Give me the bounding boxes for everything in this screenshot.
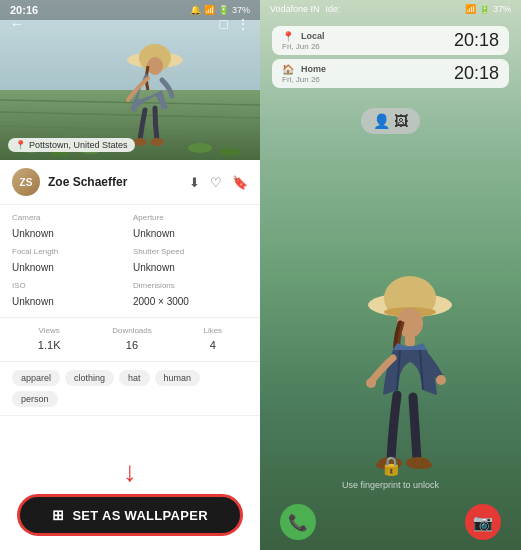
signal-icon: 🔔 <box>190 5 201 15</box>
like-icon[interactable]: ♡ <box>210 175 222 190</box>
meta-aperture-label: Aperture <box>133 213 248 222</box>
author-actions: ⬇ ♡ 🔖 <box>189 175 248 190</box>
tag-person[interactable]: person <box>12 391 58 407</box>
author-row: ZS Zoe Schaeffer ⬇ ♡ 🔖 <box>0 160 260 205</box>
lock-signal-icon: 📶 <box>465 4 476 14</box>
share-icon[interactable]: □ <box>220 16 228 32</box>
lock-action-icon2[interactable]: 🖼 <box>394 113 408 129</box>
lock-dock: 📞 📷 <box>260 504 521 540</box>
home-icon: 🏠 <box>282 64 294 75</box>
meta-dimensions-label: Dimensions <box>133 281 248 290</box>
meta-grid: Camera Unknown Aperture Unknown Focal Le… <box>0 205 260 318</box>
meta-camera-value: Unknown <box>12 228 54 239</box>
set-wallpaper-label: SET AS WALLPAPER <box>72 508 208 523</box>
local-time-value: 20:18 <box>454 30 499 51</box>
stat-downloads-value: 16 <box>126 339 138 351</box>
svg-point-21 <box>436 375 446 385</box>
meta-shutter-label: Shutter Speed <box>133 247 248 256</box>
avatar-initials: ZS <box>20 177 33 188</box>
home-time-label: 🏠 Home Fri, Jun 26 <box>282 64 326 84</box>
lock-carrier: Vodafone IN <box>270 4 320 14</box>
home-time-value: 20:18 <box>454 63 499 84</box>
local-time-label: 📍 Local Fri, Jun 26 <box>282 31 325 51</box>
pin-icon: 📍 <box>15 140 26 150</box>
tag-clothing[interactable]: clothing <box>65 370 114 386</box>
svg-point-13 <box>188 143 212 153</box>
left-panel: ← □ ⋮ 📍 Pottstown, United States 20:16 🔔… <box>0 0 260 550</box>
svg-point-20 <box>366 378 376 388</box>
location-badge: 📍 Pottstown, United States <box>8 138 135 152</box>
lock-battery-icon: 🔋 <box>479 4 490 14</box>
phone-icon-button[interactable]: 📞 <box>280 504 316 540</box>
stat-downloads-label: Downloads <box>112 326 152 335</box>
stat-likes-label: Likes <box>203 326 222 335</box>
meta-shutter-value: Unknown <box>133 262 175 273</box>
camera-icon: 📷 <box>473 513 493 532</box>
svg-point-7 <box>147 57 163 75</box>
lock-battery-pct: 37% <box>493 4 511 14</box>
svg-point-14 <box>220 148 240 156</box>
battery-pct: 37% <box>232 5 250 15</box>
author-left: ZS Zoe Schaeffer <box>12 168 127 196</box>
location-text: Pottstown, United States <box>29 140 128 150</box>
home-time-card: 🏠 Home Fri, Jun 26 20:18 <box>272 59 509 88</box>
local-date: Fri, Jun 26 <box>282 42 325 51</box>
battery-icon: 🔋 <box>218 5 229 15</box>
meta-camera: Camera Unknown <box>12 213 127 241</box>
lock-time-area: 📍 Local Fri, Jun 26 20:18 🏠 Home Fri, Ju… <box>260 18 521 100</box>
stat-views-label: Views <box>38 326 61 335</box>
back-icon[interactable]: ← <box>10 16 24 32</box>
stat-views-value: 1.1K <box>38 339 61 351</box>
wallpaper-btn-icon: ⊞ <box>52 507 64 523</box>
lock-status-icons: 📶 🔋 37% <box>465 4 511 14</box>
local-time-card: 📍 Local Fri, Jun 26 20:18 <box>272 26 509 55</box>
svg-point-8 <box>133 138 147 146</box>
fingerprint-icon[interactable]: 🔒 <box>380 455 402 477</box>
phone-icon: 📞 <box>288 513 308 532</box>
meta-iso-label: ISO <box>12 281 127 290</box>
status-time: 20:16 <box>10 4 38 16</box>
right-panel: Vodafone IN Ide: 📶 🔋 37% 📍 Local Fri, Ju… <box>260 0 521 550</box>
tag-apparel[interactable]: apparel <box>12 370 60 386</box>
lock-ide: Ide: <box>326 4 341 14</box>
meta-iso-value: Unknown <box>12 296 54 307</box>
tag-hat[interactable]: hat <box>119 370 150 386</box>
stat-downloads: Downloads 16 <box>112 326 152 353</box>
local-type: Local <box>301 31 325 41</box>
more-icon[interactable]: ⋮ <box>236 16 250 32</box>
meta-focal-label: Focal Length <box>12 247 127 256</box>
bottom-area: ↓ ⊞ SET AS WALLPAPER <box>0 416 260 550</box>
meta-shutter: Shutter Speed Unknown <box>133 247 248 275</box>
meta-dimensions-value: 2000 × 3000 <box>133 296 189 307</box>
bookmark-icon[interactable]: 🔖 <box>232 175 248 190</box>
svg-point-9 <box>150 138 164 146</box>
location-pin-icon: 📍 <box>282 31 294 42</box>
meta-aperture: Aperture Unknown <box>133 213 248 241</box>
home-date: Fri, Jun 26 <box>282 75 326 84</box>
home-type: Home <box>301 64 326 74</box>
fingerprint-text: Use fingerprint to unlock <box>342 480 439 490</box>
hero-image: ← □ ⋮ 📍 Pottstown, United States <box>0 0 260 160</box>
meta-iso: ISO Unknown <box>12 281 127 309</box>
tags-row: apparel clothing hat human person <box>0 362 260 416</box>
arrow-wrapper: ↓ <box>123 458 137 486</box>
set-wallpaper-button[interactable]: ⊞ SET AS WALLPAPER <box>17 494 243 536</box>
camera-icon-button[interactable]: 📷 <box>465 504 501 540</box>
stat-likes: Likes 4 <box>203 326 222 353</box>
stat-views: Views 1.1K <box>38 326 61 353</box>
lock-action-icon1[interactable]: 👤 <box>373 113 390 129</box>
svg-rect-19 <box>405 336 415 346</box>
meta-dimensions: Dimensions 2000 × 3000 <box>133 281 248 309</box>
lock-action-group: 👤 🖼 <box>361 108 420 134</box>
fingerprint-row: 🔒 Use fingerprint to unlock <box>260 455 521 490</box>
lock-status-bar: Vodafone IN Ide: 📶 🔋 37% <box>260 0 521 18</box>
author-name[interactable]: Zoe Schaeffer <box>48 175 127 189</box>
stat-likes-value: 4 <box>210 339 216 351</box>
tag-human[interactable]: human <box>155 370 201 386</box>
status-icons: 🔔 📶 🔋 37% <box>190 5 250 15</box>
meta-camera-label: Camera <box>12 213 127 222</box>
download-icon[interactable]: ⬇ <box>189 175 200 190</box>
meta-focal-value: Unknown <box>12 262 54 273</box>
stats-row: Views 1.1K Downloads 16 Likes 4 <box>0 318 260 362</box>
wifi-icon: 📶 <box>204 5 215 15</box>
